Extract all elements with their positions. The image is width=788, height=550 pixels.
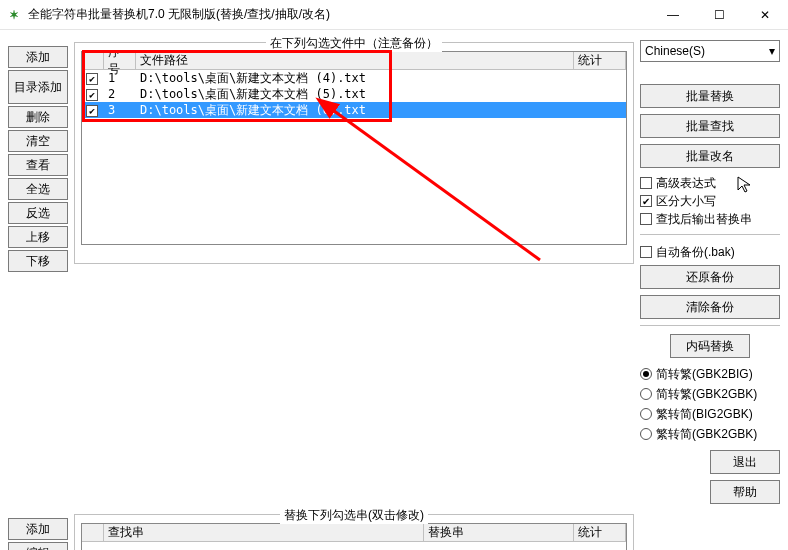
- window-title: 全能字符串批量替换机7.0 无限制版(替换/查找/抽取/改名): [28, 6, 650, 23]
- opt-output-label: 查找后输出替换串: [656, 211, 752, 228]
- table-row[interactable]: ✔2D:\tools\桌面\新建文本文档 (5).txt: [82, 86, 626, 102]
- encoding-option-label: 繁转简(GBK2GBK): [656, 426, 757, 443]
- language-select[interactable]: Chinese(S) ▾: [640, 40, 780, 62]
- encoding-option-label: 简转繁(GBK2BIG): [656, 366, 753, 383]
- window-controls: — ☐ ✕: [650, 0, 788, 29]
- side-button-反选[interactable]: 反选: [8, 202, 68, 224]
- strings-table[interactable]: 查找串 替换串 统计: [81, 523, 627, 550]
- encoding-option[interactable]: 简转繁(GBK2BIG): [640, 364, 780, 384]
- checkbox-icon: [640, 213, 652, 225]
- minimize-button[interactable]: —: [650, 0, 696, 29]
- strings-groupbox: 替换下列勾选串(双击修改) 查找串 替换串 统计: [74, 514, 634, 550]
- cell-seq: 3: [104, 103, 136, 117]
- app-icon: ✶: [6, 7, 22, 23]
- encoding-option-label: 繁转简(BIG2GBK): [656, 406, 753, 423]
- cell-path: D:\tools\桌面\新建文本文档 (5).txt: [136, 86, 574, 103]
- strings-table-header: 查找串 替换串 统计: [82, 524, 626, 542]
- encoding-option[interactable]: 繁转简(BIG2GBK): [640, 404, 780, 424]
- files-groupbox: 在下列勾选文件中（注意备份） 序号 文件路径 统计 ✔1D:\tools\桌面\…: [74, 42, 634, 264]
- maximize-button[interactable]: ☐: [696, 0, 742, 29]
- col-replace[interactable]: 替换串: [424, 524, 574, 541]
- col-stat-2[interactable]: 统计: [574, 524, 626, 541]
- close-button[interactable]: ✕: [742, 0, 788, 29]
- table-row[interactable]: ✔1D:\tools\桌面\新建文本文档 (4).txt: [82, 70, 626, 86]
- help-button[interactable]: 帮助: [710, 480, 780, 504]
- files-table-header: 序号 文件路径 统计: [82, 52, 626, 70]
- side-button-添加[interactable]: 添加: [8, 518, 68, 540]
- opt-auto-backup-label: 自动备份(.bak): [656, 244, 735, 261]
- side-button-添加[interactable]: 添加: [8, 46, 68, 68]
- cell-seq: 2: [104, 87, 136, 101]
- clear-backup-button[interactable]: 清除备份: [640, 295, 780, 319]
- strings-legend: 替换下列勾选串(双击修改): [280, 507, 428, 524]
- side-button-上移[interactable]: 上移: [8, 226, 68, 248]
- encoding-option[interactable]: 繁转简(GBK2GBK): [640, 424, 780, 444]
- files-legend: 在下列勾选文件中（注意备份）: [266, 35, 442, 52]
- side-button-清空[interactable]: 清空: [8, 130, 68, 152]
- side-button-下移[interactable]: 下移: [8, 250, 68, 272]
- col-seq[interactable]: 序号: [104, 52, 136, 69]
- chevron-down-icon: ▾: [769, 44, 775, 58]
- cell-path: D:\tools\桌面\新建文本文档 (6).txt: [136, 102, 574, 119]
- checkbox-icon: [640, 246, 652, 258]
- checkbox-icon[interactable]: ✔: [86, 89, 98, 101]
- checkbox-icon[interactable]: ✔: [86, 73, 98, 85]
- side-button-查看[interactable]: 查看: [8, 154, 68, 176]
- radio-icon: [640, 368, 652, 380]
- language-select-value: Chinese(S): [645, 44, 705, 58]
- cell-seq: 1: [104, 71, 136, 85]
- checkbox-icon[interactable]: ✔: [86, 105, 98, 117]
- side-button-编辑[interactable]: 编辑: [8, 542, 68, 550]
- checkbox-icon: ✔: [640, 195, 652, 207]
- opt-output-replaced[interactable]: 查找后输出替换串: [640, 210, 780, 228]
- exit-button[interactable]: 退出: [710, 450, 780, 474]
- batch-find-button[interactable]: 批量查找: [640, 114, 780, 138]
- opt-case-label: 区分大小写: [656, 193, 716, 210]
- opt-auto-backup[interactable]: 自动备份(.bak): [640, 243, 780, 261]
- opt-advanced-label: 高级表达式: [656, 175, 716, 192]
- col-search[interactable]: 查找串: [104, 524, 424, 541]
- cell-path: D:\tools\桌面\新建文本文档 (4).txt: [136, 70, 574, 87]
- col-stat[interactable]: 统计: [574, 52, 626, 69]
- radio-icon: [640, 388, 652, 400]
- side-button-目录添加[interactable]: 目录添加: [8, 70, 68, 104]
- batch-replace-button[interactable]: 批量替换: [640, 84, 780, 108]
- restore-backup-button[interactable]: 还原备份: [640, 265, 780, 289]
- side-button-全选[interactable]: 全选: [8, 178, 68, 200]
- opt-advanced-expr[interactable]: 高级表达式: [640, 174, 780, 192]
- files-table[interactable]: 序号 文件路径 统计 ✔1D:\tools\桌面\新建文本文档 (4).txt✔…: [81, 51, 627, 245]
- encoding-option-label: 简转繁(GBK2GBK): [656, 386, 757, 403]
- side-button-删除[interactable]: 删除: [8, 106, 68, 128]
- col-path[interactable]: 文件路径: [136, 52, 574, 69]
- title-bar: ✶ 全能字符串批量替换机7.0 无限制版(替换/查找/抽取/改名) — ☐ ✕: [0, 0, 788, 30]
- table-row[interactable]: ✔3D:\tools\桌面\新建文本文档 (6).txt: [82, 102, 626, 118]
- checkbox-icon: [640, 177, 652, 189]
- radio-icon: [640, 408, 652, 420]
- opt-case-sensitive[interactable]: ✔ 区分大小写: [640, 192, 780, 210]
- encoding-convert-button[interactable]: 内码替换: [670, 334, 750, 358]
- batch-rename-button[interactable]: 批量改名: [640, 144, 780, 168]
- radio-icon: [640, 428, 652, 440]
- encoding-option[interactable]: 简转繁(GBK2GBK): [640, 384, 780, 404]
